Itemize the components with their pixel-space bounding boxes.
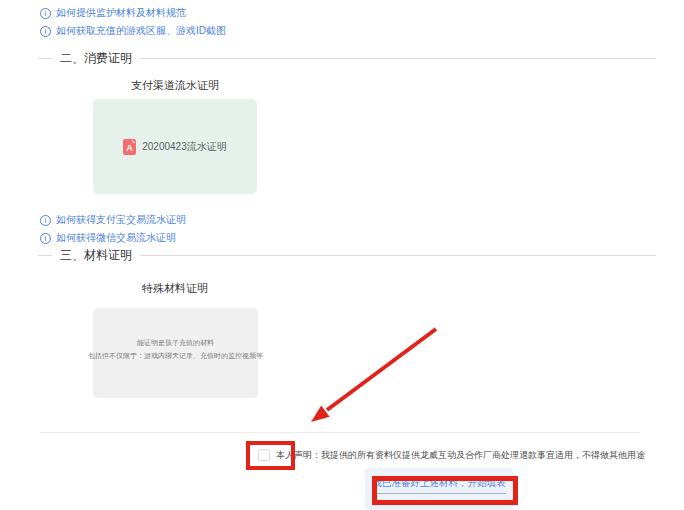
divider-line	[38, 58, 52, 59]
field-label-special-material: 特殊材料证明	[93, 281, 257, 296]
help-link-alipay-flow[interactable]: i 如何获得支付宝交易流水证明	[40, 214, 186, 226]
help-link-label: 如何提供监护材料及材料规范	[56, 7, 186, 19]
info-icon: i	[40, 215, 51, 226]
refund-material-form-page: i 如何提供监护材料及材料规范 i 如何获取充值的游戏区服、游戏ID截图 二、消…	[0, 0, 684, 510]
help-link-guardian-materials[interactable]: i 如何提供监护材料及材料规范	[40, 7, 186, 19]
declaration-row: 本人声明：我提供的所有资料仅提供龙威互动及合作厂商处理退款事宜适用，不得做其他用…	[258, 448, 645, 462]
divider-line	[38, 255, 52, 256]
info-icon: i	[40, 26, 51, 37]
start-form-button-label: 我已准备好上述材料，开始填表	[373, 477, 506, 494]
special-material-upload-card[interactable]: 能证明是孩子充值的材料 包括但不仅限于：游戏内聊天记录、充值时的监控视频等	[93, 308, 258, 398]
svg-text:A: A	[127, 143, 134, 153]
info-icon: i	[40, 233, 51, 244]
file-name: 20200423流水证明	[142, 140, 227, 154]
upload-hint-line2: 包括但不仅限于：游戏内聊天记录、充值时的监控视频等	[88, 349, 263, 362]
help-link-label: 如何获得支付宝交易流水证明	[56, 214, 186, 226]
divider-line	[140, 58, 656, 59]
help-link-wechat-flow[interactable]: i 如何获得微信交易流水证明	[40, 232, 176, 244]
help-link-label: 如何获得微信交易流水证明	[56, 232, 176, 244]
declaration-checkbox[interactable]	[258, 449, 270, 461]
pdf-icon: A	[123, 139, 136, 155]
start-form-button[interactable]: 我已准备好上述材料，开始填表	[365, 468, 513, 510]
section-title: 二、消费证明	[60, 50, 132, 67]
divider-line	[140, 255, 656, 256]
field-label-payment-flow: 支付渠道流水证明	[93, 78, 257, 93]
section-title: 三、材料证明	[60, 247, 132, 264]
info-icon: i	[40, 8, 51, 19]
help-link-label: 如何获取充值的游戏区服、游戏ID截图	[56, 25, 226, 37]
section-header-consumption: 二、消费证明	[38, 50, 656, 66]
declaration-text: 本人声明：我提供的所有资料仅提供龙威互动及合作厂商处理退款事宜适用，不得做其他用…	[276, 448, 645, 462]
section-header-material: 三、材料证明	[38, 247, 656, 263]
divider-line	[40, 432, 640, 433]
uploaded-file-card[interactable]: A 20200423流水证明	[93, 99, 257, 194]
help-link-game-server-screenshot[interactable]: i 如何获取充值的游戏区服、游戏ID截图	[40, 25, 226, 37]
upload-hint-line1: 能证明是孩子充值的材料	[137, 336, 214, 349]
